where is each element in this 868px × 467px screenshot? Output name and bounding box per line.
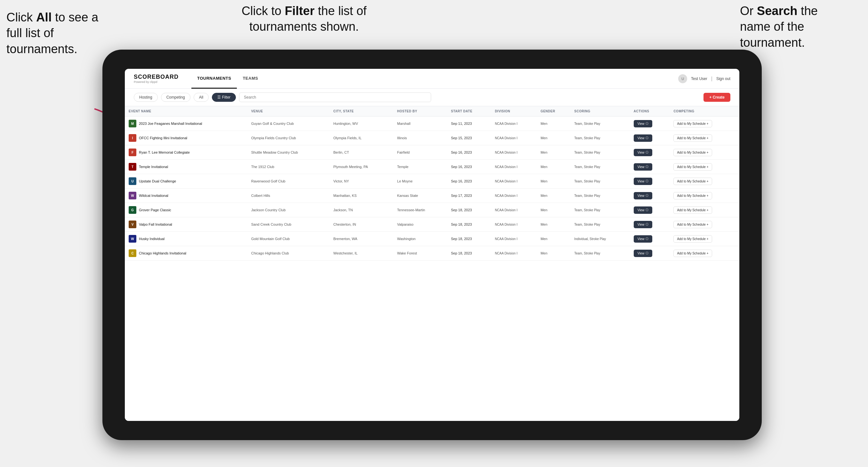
- view-button-0[interactable]: View ⓘ: [634, 120, 653, 127]
- nav-tab-teams[interactable]: TEAMS: [237, 69, 264, 89]
- cell-hosted-0: Marshall: [393, 117, 447, 131]
- add-schedule-button-2[interactable]: Add to My Schedule +: [673, 149, 712, 156]
- cell-hosted-7: Valparaiso: [393, 217, 447, 232]
- view-button-4[interactable]: View ⓘ: [634, 178, 653, 185]
- cell-gender-2: Men: [537, 145, 570, 160]
- add-schedule-button-3[interactable]: Add to My Schedule +: [673, 163, 712, 170]
- competing-tab[interactable]: Competing: [161, 93, 190, 102]
- nav-tab-tournaments[interactable]: TOURNAMENTS: [191, 69, 237, 89]
- cell-date-6: Sep 18, 2023: [447, 203, 491, 217]
- team-logo-1: I: [129, 134, 136, 142]
- cell-city-1: Olympia Fields, IL: [330, 131, 393, 145]
- event-name-text-6: Grover Page Classic: [139, 208, 171, 212]
- cell-gender-3: Men: [537, 160, 570, 174]
- cell-date-9: Sep 18, 2023: [447, 246, 491, 260]
- all-tab[interactable]: All: [194, 93, 209, 102]
- create-button[interactable]: + Create: [704, 93, 731, 102]
- event-name-text-0: 2023 Joe Feaganes Marshall Invitational: [139, 122, 202, 125]
- cell-competing-9: Add to My Schedule +: [670, 246, 739, 260]
- header-right: U Test User | Sign out: [678, 74, 731, 83]
- add-schedule-button-1[interactable]: Add to My Schedule +: [673, 134, 712, 142]
- view-button-5[interactable]: View ⓘ: [634, 192, 653, 199]
- cell-event-name-9: C Chicago Highlands Invitational: [125, 246, 247, 260]
- view-button-9[interactable]: View ⓘ: [634, 250, 653, 257]
- tablet-frame: SCOREBOARD Powered by clippd TOURNAMENTS…: [102, 50, 762, 440]
- cell-scoring-7: Team, Stroke Play: [570, 217, 630, 232]
- team-logo-4: U: [129, 177, 136, 185]
- col-gender: GENDER: [537, 106, 570, 117]
- cell-competing-1: Add to My Schedule +: [670, 131, 739, 145]
- cell-venue-3: The 1912 Club: [247, 160, 330, 174]
- event-name-text-9: Chicago Highlands Invitational: [139, 251, 186, 255]
- cell-competing-7: Add to My Schedule +: [670, 217, 739, 232]
- cell-division-9: NCAA Division I: [491, 246, 537, 260]
- cell-scoring-9: Team, Stroke Play: [570, 246, 630, 260]
- add-schedule-button-4[interactable]: Add to My Schedule +: [673, 178, 712, 185]
- col-division: DIVISION: [491, 106, 537, 117]
- header-username: Test User: [691, 76, 707, 81]
- cell-scoring-8: Individual, Stroke Play: [570, 232, 630, 246]
- cell-date-0: Sep 11, 2023: [447, 117, 491, 131]
- view-button-2[interactable]: View ⓘ: [634, 149, 653, 156]
- table-header-row: EVENT NAME VENUE CITY, STATE HOSTED BY S…: [125, 106, 739, 117]
- cell-division-5: NCAA Division I: [491, 189, 537, 203]
- team-logo-2: F: [129, 149, 136, 156]
- event-name-text-1: OFCC Fighting Illini Invitational: [139, 136, 187, 140]
- event-name-text-2: Ryan T. Lee Memorial Collegiate: [139, 150, 190, 154]
- cell-division-8: NCAA Division I: [491, 232, 537, 246]
- col-competing: COMPETING: [670, 106, 739, 117]
- add-schedule-button-5[interactable]: Add to My Schedule +: [673, 192, 712, 199]
- col-actions: ACTIONS: [630, 106, 670, 117]
- cell-competing-8: Add to My Schedule +: [670, 232, 739, 246]
- cell-city-2: Berlin, CT: [330, 145, 393, 160]
- add-schedule-button-9[interactable]: Add to My Schedule +: [673, 250, 712, 257]
- cell-division-6: NCAA Division I: [491, 203, 537, 217]
- cell-date-7: Sep 18, 2023: [447, 217, 491, 232]
- add-schedule-button-8[interactable]: Add to My Schedule +: [673, 235, 712, 243]
- add-schedule-button-7[interactable]: Add to My Schedule +: [673, 221, 712, 228]
- cell-scoring-6: Team, Stroke Play: [570, 203, 630, 217]
- table-row: U Upstate Dual Challenge Ravenwood Golf …: [125, 174, 739, 189]
- event-name-text-7: Valpo Fall Invitational: [139, 222, 172, 226]
- col-city-state: CITY, STATE: [330, 106, 393, 117]
- table-body: M 2023 Joe Feaganes Marshall Invitationa…: [125, 117, 739, 260]
- cell-division-2: NCAA Division I: [491, 145, 537, 160]
- team-logo-0: M: [129, 120, 136, 127]
- cell-venue-0: Guyan Golf & Country Club: [247, 117, 330, 131]
- add-schedule-button-0[interactable]: Add to My Schedule +: [673, 120, 712, 127]
- cell-venue-9: Chicago Highlands Club: [247, 246, 330, 260]
- team-logo-5: W: [129, 192, 136, 199]
- signout-link[interactable]: Sign out: [716, 76, 731, 81]
- cell-division-7: NCAA Division I: [491, 217, 537, 232]
- cell-hosted-2: Fairfield: [393, 145, 447, 160]
- view-button-8[interactable]: View ⓘ: [634, 235, 653, 243]
- view-button-3[interactable]: View ⓘ: [634, 163, 653, 170]
- event-name-text-3: Temple Invitational: [139, 165, 168, 169]
- main-nav: TOURNAMENTS TEAMS: [191, 69, 678, 89]
- cell-competing-6: Add to My Schedule +: [670, 203, 739, 217]
- team-logo-6: G: [129, 206, 136, 214]
- cell-scoring-5: Team, Stroke Play: [570, 189, 630, 203]
- cell-date-3: Sep 16, 2023: [447, 160, 491, 174]
- table-row: C Chicago Highlands Invitational Chicago…: [125, 246, 739, 260]
- cell-date-1: Sep 15, 2023: [447, 131, 491, 145]
- cell-actions-3: View ⓘ: [630, 160, 670, 174]
- app-header: SCOREBOARD Powered by clippd TOURNAMENTS…: [125, 69, 739, 89]
- cell-actions-2: View ⓘ: [630, 145, 670, 160]
- add-schedule-button-6[interactable]: Add to My Schedule +: [673, 207, 712, 214]
- cell-event-name-7: V Valpo Fall Invitational: [125, 217, 247, 232]
- cell-date-4: Sep 16, 2023: [447, 174, 491, 189]
- hosting-tab[interactable]: Hosting: [134, 93, 158, 102]
- cell-hosted-6: Tennessee-Martin: [393, 203, 447, 217]
- view-button-6[interactable]: View ⓘ: [634, 207, 653, 214]
- cell-division-1: NCAA Division I: [491, 131, 537, 145]
- cell-actions-6: View ⓘ: [630, 203, 670, 217]
- filter-button[interactable]: ☰ Filter: [212, 93, 236, 102]
- cell-gender-9: Men: [537, 246, 570, 260]
- cell-venue-4: Ravenwood Golf Club: [247, 174, 330, 189]
- search-input[interactable]: [239, 93, 431, 102]
- view-button-1[interactable]: View ⓘ: [634, 134, 653, 142]
- cell-scoring-0: Team, Stroke Play: [570, 117, 630, 131]
- tournaments-table: EVENT NAME VENUE CITY, STATE HOSTED BY S…: [125, 106, 739, 260]
- view-button-7[interactable]: View ⓘ: [634, 221, 653, 228]
